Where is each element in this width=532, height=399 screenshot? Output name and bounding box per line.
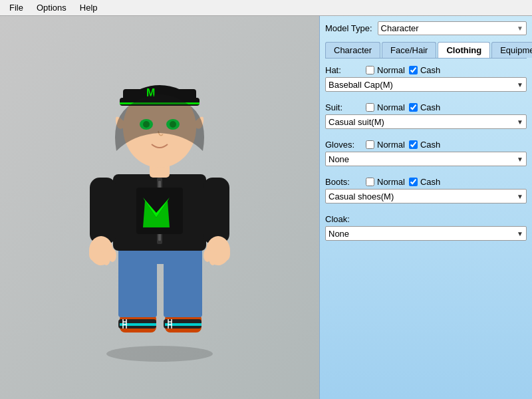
hat-normal-group: Normal (366, 65, 405, 75)
suit-dropdown-value: Casual suit(M) (329, 117, 384, 127)
hat-dropdown-row: Baseball Cap(M) ▼ (325, 77, 527, 92)
model-type-label: Model Type: (325, 23, 372, 33)
gloves-cash-label: Cash (420, 140, 440, 150)
suit-row: Suit: Normal Cash (325, 102, 527, 112)
hat-normal-checkbox[interactable] (366, 66, 374, 74)
boots-cash-label: Cash (420, 177, 440, 187)
character-view: M (53, 41, 266, 374)
suit-normal-checkbox[interactable] (366, 103, 374, 112)
suit-section: Suit: Normal Cash Casual suit(M) ▼ (325, 102, 527, 133)
hat-dropdown[interactable]: Baseball Cap(M) ▼ (325, 77, 527, 92)
model-type-row: Model Type: Character ▼ (325, 21, 527, 35)
gloves-label: Gloves: (325, 140, 362, 150)
gloves-cash-group: Cash (409, 140, 440, 150)
right-panel: Model Type: Character ▼ Character Face/H… (319, 16, 532, 399)
cloak-dropdown-row: None ▼ (325, 226, 527, 241)
svg-rect-23 (90, 178, 116, 244)
hat-dropdown-arrow: ▼ (517, 81, 523, 88)
gloves-row: Gloves: Normal Cash (325, 140, 527, 150)
tab-equipment[interactable]: Equipment (491, 42, 532, 58)
suit-normal-label: Normal (377, 102, 405, 112)
cloak-dropdown-value: None (329, 229, 349, 239)
menu-options[interactable]: Options (30, 1, 73, 14)
menu-help[interactable]: Help (73, 1, 104, 14)
character-preview-panel: M (0, 16, 319, 399)
gloves-dropdown-value: None (329, 154, 349, 164)
suit-cash-checkbox[interactable] (409, 103, 418, 112)
cloak-section: Cloak: None ▼ (325, 214, 527, 245)
gloves-dropdown-arrow: ▼ (517, 156, 523, 163)
cloak-row: Cloak: (325, 214, 527, 224)
model-type-select[interactable]: Character ▼ (378, 21, 527, 35)
boots-dropdown-value: Casual shoes(M) (329, 192, 394, 201)
suit-dropdown-arrow: ▼ (517, 118, 523, 126)
hat-dropdown-value: Baseball Cap(M) (329, 80, 393, 90)
svg-rect-29 (203, 178, 229, 244)
boots-dropdown[interactable]: Casual shoes(M) ▼ (325, 189, 527, 203)
gloves-normal-label: Normal (377, 140, 405, 150)
cloak-dropdown-arrow: ▼ (517, 230, 523, 237)
boots-section: Boots: Normal Cash Casual shoes(M) ▼ (325, 177, 527, 207)
tab-character[interactable]: Character (325, 42, 380, 58)
boots-dropdown-row: Casual shoes(M) ▼ (325, 189, 527, 203)
svg-point-28 (108, 249, 116, 262)
tab-clothing[interactable]: Clothing (438, 42, 490, 58)
gloves-dropdown[interactable]: None ▼ (325, 152, 527, 166)
menubar: File Options Help (0, 0, 532, 16)
svg-point-0 (106, 346, 213, 362)
gloves-normal-group: Normal (366, 140, 405, 150)
hat-cash-group: Cash (409, 65, 440, 75)
suit-cash-group: Cash (409, 102, 440, 112)
main-layout: M Model Type: Character ▼ Character Face… (0, 16, 532, 399)
boots-label: Boots: (325, 177, 362, 187)
suit-dropdown[interactable]: Casual suit(M) ▼ (325, 114, 527, 129)
boots-row: Boots: Normal Cash (325, 177, 527, 187)
hat-section: Hat: Normal Cash Baseball Cap(M) ▼ (325, 65, 527, 96)
hat-label: Hat: (325, 65, 362, 75)
suit-dropdown-row: Casual suit(M) ▼ (325, 114, 527, 129)
character-svg: M (60, 48, 259, 367)
tabs-bar: Character Face/Hair Clothing Equipment (325, 42, 527, 59)
menu-file[interactable]: File (3, 1, 30, 14)
hat-cash-checkbox[interactable] (409, 66, 418, 74)
model-type-arrow: ▼ (517, 25, 523, 32)
suit-cash-label: Cash (420, 102, 440, 112)
boots-normal-group: Normal (366, 177, 405, 187)
model-type-value: Character (381, 23, 419, 33)
hat-normal-label: Normal (377, 65, 405, 75)
boots-cash-checkbox[interactable] (409, 178, 418, 186)
cloak-label: Cloak: (325, 214, 362, 224)
gloves-dropdown-row: None ▼ (325, 152, 527, 166)
cloak-dropdown[interactable]: None ▼ (325, 226, 527, 241)
boots-dropdown-arrow: ▼ (517, 193, 523, 200)
boots-cash-group: Cash (409, 177, 440, 187)
tab-facehair[interactable]: Face/Hair (382, 42, 436, 58)
boots-normal-label: Normal (377, 177, 405, 187)
boots-normal-checkbox[interactable] (366, 178, 374, 186)
svg-point-34 (222, 247, 230, 261)
gloves-normal-checkbox[interactable] (366, 140, 374, 149)
hat-cash-label: Cash (420, 65, 440, 75)
suit-label: Suit: (325, 102, 362, 112)
gloves-cash-checkbox[interactable] (409, 140, 418, 149)
gloves-section: Gloves: Normal Cash None ▼ (325, 140, 527, 170)
hat-row: Hat: Normal Cash (325, 65, 527, 75)
suit-normal-group: Normal (366, 102, 405, 112)
